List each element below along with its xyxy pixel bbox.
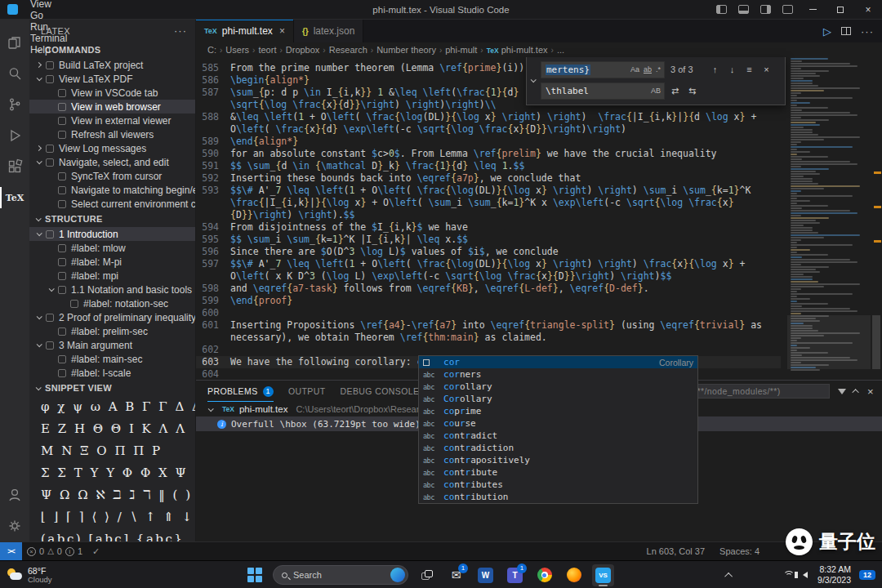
line-number[interactable]: 588 xyxy=(196,111,230,136)
replace-one-icon[interactable]: ⇄ xyxy=(668,84,682,98)
line-content[interactable]: \end{proof} xyxy=(230,295,781,307)
line-number[interactable]: 602 xyxy=(196,344,230,356)
line-content[interactable]: $$ \sum_{d \in {\mathcal D}_k} \frac{1}{… xyxy=(230,160,781,172)
notification-badge[interactable]: 12 xyxy=(859,570,875,580)
line-content[interactable]: $$\# A'_7 \leq \left(1 + O\left( \frac{\… xyxy=(230,185,781,221)
close-find-icon[interactable]: × xyxy=(760,63,773,77)
snippet-row[interactable]: Ψ Ω Ω ℵ ℶ ℷ ℸ ‖ ( ) xyxy=(29,484,195,506)
code-line[interactable]: 596Since there are $O(D^3 \log L)$ value… xyxy=(196,246,781,258)
suggestion-item[interactable]: abccontribution xyxy=(419,491,697,503)
line-number[interactable]: 595 xyxy=(196,234,230,246)
sidebar-item[interactable]: Navigate to matching begin/end xyxy=(29,183,195,197)
line-content[interactable] xyxy=(230,344,781,356)
line-number[interactable]: 601 xyxy=(196,319,230,344)
next-match-icon[interactable]: ↓ xyxy=(725,63,739,77)
menu-item-go[interactable]: Go xyxy=(24,10,76,21)
start-button[interactable] xyxy=(243,564,265,586)
scrollbar-slider[interactable] xyxy=(872,315,880,369)
section-header-1[interactable]: STRUCTURE xyxy=(29,211,195,227)
account-icon[interactable] xyxy=(0,479,29,510)
remote-indicator[interactable]: >< xyxy=(0,542,22,560)
menu-item-run[interactable]: Run xyxy=(24,21,76,33)
sidebar-item[interactable]: Refresh all viewers xyxy=(29,127,195,141)
code-lines[interactable]: 585From the prime number theorem (Lemma … xyxy=(196,62,781,381)
snippet-row[interactable]: φ χ ψ ω Α Β Γ Γ Δ Δ xyxy=(29,396,195,418)
code-line[interactable]: 599\end{proof} xyxy=(196,295,781,307)
code-line[interactable]: 601Inserting Propositions \ref{a4}-\ref{… xyxy=(196,319,781,344)
code-line[interactable]: 592Inserting these bounds back into \eqr… xyxy=(196,172,781,185)
split-editor-icon[interactable] xyxy=(841,27,851,35)
minimap-slider[interactable] xyxy=(787,315,871,369)
suggestion-item[interactable]: abccoprime xyxy=(419,405,697,417)
chrome-app-button[interactable] xyxy=(533,564,555,586)
maximize-button[interactable] xyxy=(826,0,854,19)
maximize-panel-icon[interactable] xyxy=(852,389,858,395)
suggestion-item[interactable]: abccontradiction xyxy=(419,442,697,454)
line-number[interactable]: 596 xyxy=(196,246,230,258)
taskbar-search[interactable]: Search xyxy=(273,565,408,585)
find-input[interactable]: mertens} Aa ab .* xyxy=(541,61,665,78)
regex-icon[interactable]: .* xyxy=(655,65,662,74)
line-number[interactable]: 586 xyxy=(196,74,230,87)
suggestion-item[interactable]: abccourse xyxy=(419,417,697,430)
sidebar-item[interactable]: #label: mlow xyxy=(29,241,195,255)
code-line[interactable]: 602 xyxy=(196,344,781,356)
line-number[interactable]: 603 xyxy=(196,356,230,368)
sidebar-item[interactable]: 1.1 Notation and basic tools xyxy=(29,283,195,296)
tray-chevron-icon[interactable] xyxy=(724,572,733,580)
line-number[interactable]: 599 xyxy=(196,295,230,307)
snippet-row[interactable]: Ε Ζ Η Θ Θ Ι Κ Λ Λ xyxy=(29,418,195,440)
toggle-secondary-sidebar-icon[interactable] xyxy=(760,5,771,14)
problems-status[interactable]: × 0 △ 0 i 1 xyxy=(22,542,87,560)
toggle-sidebar-icon[interactable] xyxy=(716,5,727,14)
find-in-selection-icon[interactable]: ≡ xyxy=(742,63,756,77)
suggestion-item[interactable]: abccontribute xyxy=(419,466,697,479)
toggle-panel-icon[interactable] xyxy=(738,5,749,14)
code-line[interactable]: 590for an absolute constant $c>0$. From … xyxy=(196,148,781,160)
line-content[interactable]: $$\# A'_7 \leq \left(1 + O\left( \frac{\… xyxy=(230,258,781,283)
section-header-2[interactable]: SNIPPET VIEW xyxy=(29,380,195,396)
sidebar-item[interactable]: View in web browser xyxy=(29,100,195,114)
line-number[interactable]: 587 xyxy=(196,87,230,111)
suggestion-item[interactable]: corCorollary xyxy=(419,356,697,368)
line-number[interactable]: 585 xyxy=(196,62,230,74)
menu-item-view[interactable]: View xyxy=(24,0,76,10)
snippet-row[interactable]: ⌊ ⌋ ⌈ ⌉ ⟨ ⟩ ∕ ∖ ↑ ⇑ ↓ ⇓ xyxy=(29,506,195,528)
close-panel-icon[interactable]: × xyxy=(867,385,874,398)
run-debug-icon[interactable] xyxy=(0,120,29,151)
latex-build-status[interactable]: ✓ xyxy=(87,542,105,560)
more-actions-icon[interactable]: ··· xyxy=(174,24,187,37)
sidebar-item[interactable]: #label: main-sec xyxy=(29,352,195,366)
extensions-icon[interactable] xyxy=(0,151,29,182)
toggle-replace-icon[interactable] xyxy=(528,60,539,100)
suggestion-item[interactable]: abcCorollary xyxy=(419,393,697,405)
sidebar-item[interactable]: 2 Proof of preliminary inequality xyxy=(29,310,195,324)
code-line[interactable]: 598and \eqref{a7-task} follows from \eqr… xyxy=(196,283,781,295)
task-view-button[interactable] xyxy=(416,564,438,586)
code-line[interactable]: 594From disjointness of the $I_{i,k}$ we… xyxy=(196,221,781,234)
search-icon[interactable] xyxy=(0,58,29,89)
line-content[interactable]: and \eqref{a7-task} follows from \eqref{… xyxy=(230,283,781,295)
minimize-button[interactable] xyxy=(799,0,826,19)
snippet-row[interactable]: (abc) [abc] {abc} xyxy=(29,528,195,541)
line-number[interactable]: 593 xyxy=(196,185,230,221)
wifi-icon[interactable] xyxy=(783,571,795,579)
panel-tab-output[interactable]: OUTPUT xyxy=(288,381,326,402)
build-run-icon[interactable]: ▷ xyxy=(823,25,831,38)
sidebar-item[interactable]: Navigate, select, and edit xyxy=(29,155,195,169)
latex-workshop-icon[interactable]: TeX xyxy=(0,182,29,213)
tab-latex.json[interactable]: {}latex.json xyxy=(294,20,364,42)
line-content[interactable]: Since there are $O(D^3 \log L)$ values o… xyxy=(230,246,781,258)
line-number[interactable]: 594 xyxy=(196,221,230,234)
line-content[interactable]: Inserting Propositions \ref{a4}-\ref{a7}… xyxy=(230,319,781,344)
line-number[interactable]: 597 xyxy=(196,258,230,283)
line-content[interactable]: Inserting these bounds back into \eqref{… xyxy=(230,172,781,185)
suggestion-item[interactable]: abccontributes xyxy=(419,479,697,491)
breadcrumb-item[interactable]: Number theory xyxy=(376,45,436,55)
cursor-position[interactable]: Ln 603, Col 37 xyxy=(647,546,706,556)
panel-tab-problems[interactable]: PROBLEMS1 xyxy=(207,381,274,402)
sidebar-item[interactable]: Build LaTeX project xyxy=(29,58,195,72)
breadcrumb-item[interactable]: phi-mult xyxy=(445,45,477,55)
menu-item-help[interactable]: Help xyxy=(24,44,76,56)
sidebar-item[interactable]: Select current environment conte... xyxy=(29,197,195,211)
